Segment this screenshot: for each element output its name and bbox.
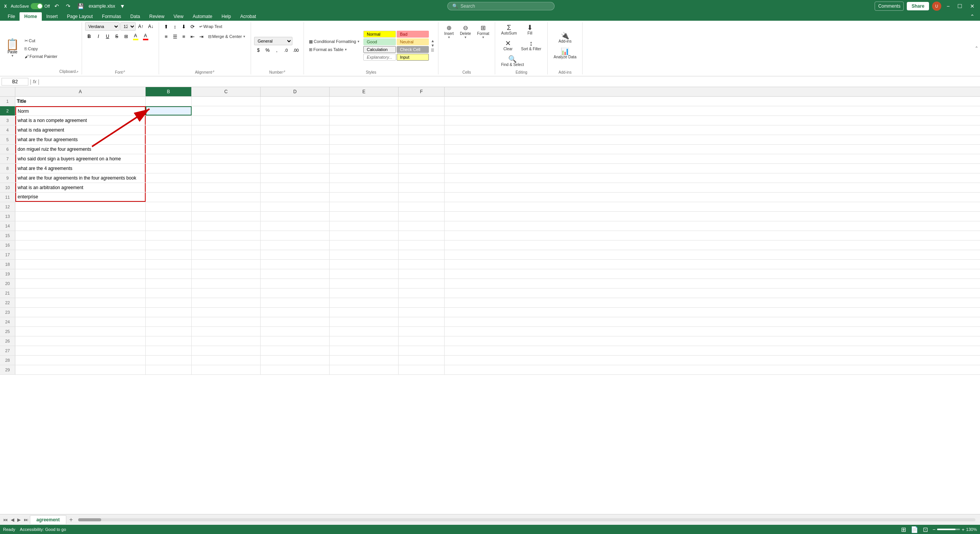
list-item[interactable]: [146, 279, 192, 288]
list-item[interactable]: [261, 212, 330, 221]
autosum-button[interactable]: Σ AutoSum: [498, 22, 519, 37]
list-item[interactable]: [146, 202, 192, 211]
list-item[interactable]: [261, 327, 330, 336]
row-number-1[interactable]: 1: [0, 97, 15, 106]
list-item[interactable]: [146, 154, 192, 163]
style-good-badge[interactable]: Good: [363, 38, 396, 45]
list-item[interactable]: [15, 356, 146, 365]
list-item[interactable]: [399, 135, 445, 144]
filename-dropdown-button[interactable]: ▼: [118, 2, 128, 10]
list-item[interactable]: [261, 183, 330, 192]
row-number-26[interactable]: 26: [0, 336, 15, 346]
row-number-19[interactable]: 19: [0, 269, 15, 279]
list-item[interactable]: [261, 145, 330, 154]
align-right-button[interactable]: ≡: [180, 32, 188, 41]
alignment-expand-icon[interactable]: ⇗: [212, 70, 215, 73]
list-item[interactable]: [399, 288, 445, 298]
row-number-18[interactable]: 18: [0, 260, 15, 269]
row-number-23[interactable]: 23: [0, 308, 15, 317]
tab-home[interactable]: Home: [20, 12, 41, 21]
list-item[interactable]: [192, 221, 261, 231]
list-item[interactable]: [330, 202, 399, 211]
scroll-thumb[interactable]: [78, 518, 101, 521]
list-item[interactable]: [146, 106, 192, 115]
list-item[interactable]: [146, 116, 192, 125]
list-item[interactable]: [399, 356, 445, 365]
list-item[interactable]: [399, 173, 445, 183]
list-item[interactable]: [192, 317, 261, 326]
list-item[interactable]: enterprise: [15, 193, 146, 202]
style-explanatory-badge[interactable]: Explanatory...: [363, 54, 396, 61]
merge-center-button[interactable]: ⊟ Merge & Center ▼: [206, 32, 248, 41]
row-number-21[interactable]: 21: [0, 288, 15, 298]
name-box[interactable]: [2, 78, 28, 86]
list-item[interactable]: [192, 154, 261, 163]
list-item[interactable]: [261, 279, 330, 288]
list-item[interactable]: [330, 346, 399, 355]
cut-button[interactable]: ✂ Cut: [23, 37, 59, 44]
page-break-button[interactable]: ⊡: [923, 526, 928, 533]
format-as-table-button[interactable]: ⊞ Format as Table ▼: [307, 46, 362, 53]
row-number-28[interactable]: 28: [0, 356, 15, 365]
list-item[interactable]: what are the four agreements: [15, 135, 146, 144]
list-item[interactable]: [192, 212, 261, 221]
list-item[interactable]: [146, 212, 192, 221]
list-item[interactable]: [330, 308, 399, 317]
formula-input[interactable]: [41, 78, 978, 85]
list-item[interactable]: what are the 4 agreements: [15, 164, 146, 173]
list-item[interactable]: don miguel ruiz the four agreements: [15, 145, 146, 154]
list-item[interactable]: [15, 308, 146, 317]
list-item[interactable]: [146, 173, 192, 183]
list-item[interactable]: [15, 336, 146, 346]
list-item[interactable]: [15, 231, 146, 240]
list-item[interactable]: [399, 145, 445, 154]
list-item[interactable]: [330, 279, 399, 288]
fill-color-button[interactable]: A: [131, 32, 140, 41]
list-item[interactable]: [261, 298, 330, 307]
list-item[interactable]: [146, 241, 192, 250]
list-item[interactable]: [146, 135, 192, 144]
list-item[interactable]: [330, 221, 399, 231]
col-header-f[interactable]: F: [399, 87, 445, 96]
list-item[interactable]: [330, 173, 399, 183]
list-item[interactable]: [261, 365, 330, 374]
list-item[interactable]: [192, 241, 261, 250]
search-input[interactable]: [460, 3, 550, 9]
list-item[interactable]: [146, 336, 192, 346]
sheet-tab-agreement[interactable]: agreement: [30, 515, 66, 524]
list-item[interactable]: [261, 260, 330, 269]
list-item[interactable]: [146, 317, 192, 326]
list-item[interactable]: [399, 346, 445, 355]
list-item[interactable]: [146, 260, 192, 269]
list-item[interactable]: [261, 241, 330, 250]
list-item[interactable]: [330, 164, 399, 173]
align-bottom-button[interactable]: ⬇: [180, 22, 188, 31]
row-number-24[interactable]: 24: [0, 317, 15, 326]
list-item[interactable]: [15, 260, 146, 269]
list-item[interactable]: [146, 308, 192, 317]
list-item[interactable]: [146, 288, 192, 298]
list-item[interactable]: [192, 116, 261, 125]
list-item[interactable]: what is a non compete agreement: [15, 116, 146, 125]
tab-help[interactable]: Help: [217, 12, 236, 21]
list-item[interactable]: [330, 250, 399, 259]
list-item[interactable]: who said dont sign a buyers agreement on…: [15, 154, 146, 163]
sheet-nav-last[interactable]: ⏭: [22, 516, 30, 523]
list-item[interactable]: [399, 183, 445, 192]
row-number-10[interactable]: 10: [0, 183, 15, 192]
avatar[interactable]: U: [932, 2, 941, 11]
list-item[interactable]: [146, 221, 192, 231]
align-middle-button[interactable]: ↕: [171, 22, 179, 31]
list-item[interactable]: [399, 279, 445, 288]
list-item[interactable]: [261, 116, 330, 125]
sheet-nav-prev[interactable]: ◀: [9, 516, 16, 523]
list-item[interactable]: [15, 346, 146, 355]
list-item[interactable]: [146, 231, 192, 240]
list-item[interactable]: [192, 308, 261, 317]
list-item[interactable]: [192, 135, 261, 144]
undo-button[interactable]: ↶: [52, 2, 61, 10]
list-item[interactable]: [15, 317, 146, 326]
list-item[interactable]: [192, 346, 261, 355]
decrease-decimal-button[interactable]: .0: [282, 46, 290, 54]
col-header-d[interactable]: D: [261, 87, 330, 96]
